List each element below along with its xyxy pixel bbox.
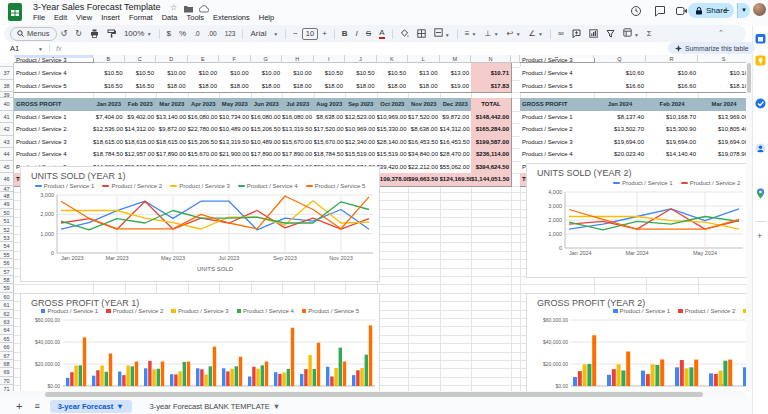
cell-E43[interactable]: $15,206.50 — [188, 136, 221, 150]
row-header-63[interactable]: 63 — [0, 318, 14, 326]
menu-item-extensions[interactable]: Extensions — [213, 13, 250, 22]
cell-D37[interactable]: $10.00 — [156, 67, 189, 81]
cell-D44[interactable]: $17,890.00 — [156, 148, 189, 162]
cell-K41[interactable]: $10,969.00 — [377, 111, 410, 125]
column-header-M[interactable]: M — [440, 55, 472, 63]
add-icon[interactable]: + — [723, 4, 729, 16]
cell-J38[interactable]: $18.00 — [345, 80, 378, 94]
cell-R37[interactable]: $10.60 — [646, 67, 699, 81]
cell-E38[interactable]: $18.00 — [188, 80, 221, 94]
cell-K42[interactable]: $15,330.00 — [377, 123, 410, 137]
decrease-decimal-button[interactable]: .0 — [194, 30, 199, 37]
cell-E41[interactable]: $16,080.00 — [188, 111, 221, 125]
cell-F38[interactable]: $18.00 — [219, 80, 252, 94]
vertical-scrollbar-handle[interactable] — [747, 63, 751, 93]
month-header[interactable]: Mar 2024 — [698, 98, 746, 112]
menu-item-format[interactable]: Format — [129, 13, 153, 22]
cell-C37[interactable]: $10.50 — [125, 67, 158, 81]
row-header-42[interactable]: 42 — [0, 123, 14, 136]
row-header-61[interactable]: 61 — [0, 301, 14, 309]
cell-Q37[interactable]: $10.60 — [594, 67, 647, 81]
column-header-Q[interactable]: Q — [594, 55, 646, 63]
cell-H37[interactable]: $10.00 — [282, 67, 315, 81]
cell-S41[interactable]: $13,969.00 — [698, 111, 746, 125]
italic-button[interactable]: I — [356, 29, 358, 38]
cell-I44[interactable]: $18,784.50 — [314, 148, 347, 162]
cell-D41[interactable]: $13,140.00 — [156, 111, 189, 125]
month-header[interactable]: Apr 2023 — [188, 98, 221, 112]
paint-format-icon[interactable] — [107, 29, 116, 38]
row-header-60[interactable]: 60 — [0, 293, 14, 301]
month-header[interactable]: Sep 2023 — [345, 98, 378, 112]
cell-M41[interactable]: $9,872.00 — [440, 111, 473, 125]
sheet-tab-1[interactable]: 3-year Forecast BLANK TEMPLATE▼ — [142, 400, 289, 413]
column-header-N[interactable]: N — [471, 55, 511, 63]
row-header-52[interactable]: 52 — [0, 226, 14, 234]
font-select[interactable]: Arial ▼ — [250, 29, 278, 38]
fill-color-icon[interactable] — [400, 29, 409, 38]
menu-item-help[interactable]: Help — [259, 13, 274, 22]
chart-scroll-arrows[interactable]: ‹ › — [721, 381, 736, 387]
cell-R43[interactable]: $19,694.00 — [646, 136, 699, 150]
product-row-label[interactable]: Product / Service 3 — [14, 136, 94, 150]
price-row-label[interactable]: Product / Service 5 — [14, 80, 94, 94]
cell-G43[interactable]: $10,489.00 — [251, 136, 284, 150]
cell-D42[interactable]: $9,872.00 — [156, 123, 189, 137]
cell-S44[interactable]: $19,078.90 — [698, 148, 746, 162]
cell-M37[interactable]: $13.00 — [440, 67, 473, 81]
column-header-R[interactable]: R — [646, 55, 698, 63]
cell-C41[interactable]: $9,402.00 — [125, 111, 158, 125]
cell-Q42[interactable]: $13,502.70 — [594, 123, 647, 137]
column-header-K[interactable]: K — [377, 55, 409, 63]
cell-F43[interactable]: $13,319.50 — [219, 136, 252, 150]
cell-F42[interactable]: $10,489.00 — [219, 123, 252, 137]
cell-B44[interactable]: $18,784.50 — [93, 148, 126, 162]
cell-N38[interactable]: $17.83 — [471, 80, 512, 94]
zoom-select[interactable]: 100% ▼ — [124, 29, 152, 38]
cell-L41[interactable]: $17,520.00 — [408, 111, 441, 125]
column-header-L[interactable]: L — [408, 55, 440, 63]
row-header-69[interactable]: 69 — [0, 368, 14, 376]
functions-button[interactable]: Σ — [647, 29, 652, 38]
cell-K44[interactable]: $15,519.00 — [377, 148, 410, 162]
product-row-label[interactable]: Product / Service 1 — [520, 111, 595, 125]
row-header-56[interactable]: 56 — [0, 259, 14, 267]
column-header-J[interactable]: J — [345, 55, 377, 63]
cell-L43[interactable]: $16,453.50 — [408, 136, 441, 150]
cell-I42[interactable]: $17,520.00 — [314, 123, 347, 137]
product-row-label[interactable]: Product / Service 4 — [14, 148, 94, 162]
cell-E37[interactable]: $10.00 — [188, 67, 221, 81]
cell-M38[interactable]: $19.00 — [440, 80, 473, 94]
cell-F44[interactable]: $21,900.00 — [219, 148, 252, 162]
version-history-icon[interactable] — [630, 5, 642, 17]
format-percent-button[interactable]: % — [179, 29, 186, 38]
row-header-48[interactable]: 48 — [0, 192, 14, 200]
sheet-tab-caret-icon[interactable]: ▼ — [273, 402, 280, 411]
cell-R41[interactable]: $10,168.70 — [646, 111, 699, 125]
bold-button[interactable]: B — [342, 29, 348, 38]
undo-icon[interactable]: ↺ — [61, 29, 68, 38]
column-header-H[interactable]: H — [282, 55, 314, 63]
cell-Q41[interactable]: $8,137.40 — [594, 111, 647, 125]
cell-J37[interactable]: $10.50 — [345, 67, 378, 81]
all-sheets-icon[interactable]: ≡ — [34, 401, 39, 411]
year1-grand-total[interactable]: $1,144,051.50 — [471, 173, 512, 187]
name-box-caret-icon[interactable]: ▼ — [38, 46, 43, 52]
row-total[interactable]: $236,114.00 — [471, 148, 512, 162]
month-header[interactable]: Jun 2023 — [251, 98, 284, 112]
cell-E42[interactable]: $22,780.00 — [188, 123, 221, 137]
price-row-label[interactable]: Product / Service 5 — [520, 80, 595, 94]
cell-D38[interactable]: $18.00 — [156, 80, 189, 94]
cell-M43[interactable]: $16,453.50 — [440, 136, 473, 150]
cell-M45[interactable]: $55,062.00 — [440, 161, 473, 175]
comments-icon[interactable] — [654, 5, 666, 17]
row-header-70[interactable]: 70 — [0, 377, 14, 385]
menu-item-view[interactable]: View — [76, 13, 92, 22]
row-header-55[interactable]: 55 — [0, 251, 14, 259]
row-header-64[interactable]: 64 — [0, 326, 14, 334]
row-total[interactable]: $148,442.00 — [471, 111, 512, 125]
price-row-label[interactable]: Product / Service 4 — [520, 67, 595, 81]
cell-F37[interactable]: $10.00 — [219, 67, 252, 81]
insert-link-icon[interactable]: ∞ — [558, 29, 564, 38]
total-header[interactable]: TOTAL — [471, 98, 512, 112]
